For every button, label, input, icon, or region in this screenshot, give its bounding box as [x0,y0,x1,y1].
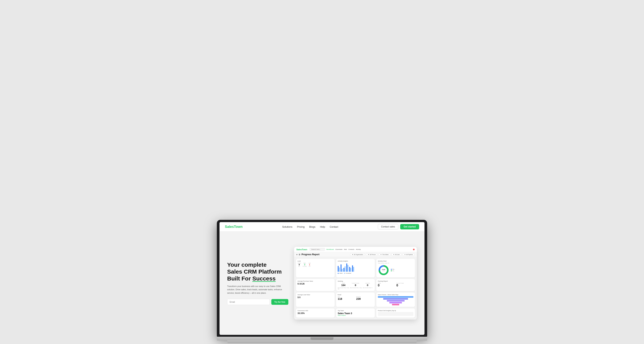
toolbar-icon2[interactable]: ☰ [299,253,300,256]
dash-nav-workboard[interactable]: WorkBoard [326,248,334,250]
nav-item-contact[interactable]: Contact [330,225,338,228]
seeding-convert: Convert To lead 8 [350,283,361,287]
get-started-button[interactable]: Get started [400,224,419,229]
bar-group-6 [352,265,354,272]
funnel-bar-3 [387,300,404,301]
notification-badge: 2 [413,249,414,250]
seeding-title: Seeding [338,280,373,282]
top-team-card: Top Team Sales Team 3 View 4 teams [336,308,375,317]
bar-added-1 [338,266,339,272]
top-team-sub: View 4 teams [338,315,373,316]
avg-lead-card: Average Lead Value $ 0 [296,292,334,307]
farming-convert: Convert To lead 0 [396,283,414,287]
bar-added-6 [352,265,353,272]
donut-wrapper: 73.5% 26.8% Not... [378,264,414,276]
filter-all-org[interactable]: ▼ All Organization [350,253,365,256]
top-team-title: Top Team [338,310,373,311]
lead-stat-lost: Lost 1 $ 0 [308,262,310,267]
try-free-button[interactable]: Try for free [271,299,288,305]
legend-completed: Completed [344,273,351,274]
product-insights-card: Product Sell Insights (Top 5) [376,308,415,317]
sales-funnel-card: Sales Funnel – Demo Sales Pipe [376,292,415,307]
funnel-bar-1 [378,296,414,298]
nav-links: Solutions Pricing Blogs Help Contact [282,225,338,228]
product-insights-title: Product Sell Insights (Top 5) [378,310,414,311]
hero-title: Your complete Sales CRM Platform Built F… [227,261,288,282]
main-content: Your complete Sales CRM Platform Built F… [220,231,424,335]
lead-title: Lead [298,260,333,262]
seeding-sub-stats: Avg Convert Time: 0 day Max Convert Time… [338,287,373,289]
donut-legend: Not... Co... [391,269,395,272]
activity-chart-card: Activity Chart Total Activity made: 31 7… [376,259,415,277]
seeding-won: Lead Won 0 [362,283,373,287]
filter-this-week[interactable]: ▼ This Week [378,253,390,256]
bar-added-5 [349,267,350,272]
logo-sales: Sales [225,225,234,229]
nav-item-help[interactable]: Help [320,225,325,228]
email-title: Email [338,294,373,295]
filter-all-user[interactable]: ▼ All User [392,253,401,256]
nav-item-pricing[interactable]: Pricing [297,225,304,228]
conversion-value: 33.33% [298,312,333,314]
seeding-stats: Added 164 Convert To lead 8 Lead Won [338,283,373,287]
contact-sales-button[interactable]: Contact sales [378,224,398,229]
legend-not: Not... [391,269,395,270]
farming-title: Farming Report [378,280,414,282]
bar-completed-1 [339,267,340,272]
avg-purchase-value: $ 19.26 [298,283,333,285]
laptop-bezel: SalesTown Solutions Pricing Blogs Help C… [217,220,427,337]
dash-nav-contacts[interactable]: Contacts [348,248,354,250]
farming-card: Farming Report Added 0 Convert To lead 0 [376,279,415,291]
bar-completed-4 [348,265,348,272]
bar-group-4 [346,263,348,272]
hero-description: Transform your business with our easy to… [227,285,288,295]
conversion-title: Conversion ratio [298,310,333,311]
dash-search-input[interactable] [310,248,325,251]
email-input[interactable] [227,299,270,305]
dash-nav-mail[interactable]: Mail [344,248,347,250]
brand-logo: SalesTown [225,225,243,229]
svg-text:26.8%: 26.8% [382,270,385,271]
bar-added-4 [346,263,347,272]
dash-logo-sales: Sales [296,248,302,251]
funnel-bar-4 [389,302,402,303]
conversion-card: Conversion ratio 33.33% [296,308,334,317]
progress-report-title: Progress Report [302,253,349,256]
filter-all-person[interactable]: ▼ All Person [366,253,378,256]
activity-chart-subtitle: Total Activity made: 31 [378,262,414,264]
legend-co: Co... [391,270,395,271]
toolbar-icon1[interactable]: ≡ [296,253,298,256]
dashboard-mockup: SalesTown WorkBoard Essentials Mail Cont… [294,247,417,319]
donut-chart: 73.5% 26.8% [378,264,389,276]
activity-chart-title: Activity Chart [378,260,414,262]
lead-card: Lead Added 9 $ 0 Won 3 [296,259,334,277]
lead-stats: Added 9 $ 0 Won 3 $ 11.80 [298,262,333,267]
bar-chart [338,262,373,272]
lead-stat-won: Won 3 $ 11.80 [303,262,306,267]
dash-nav-items: WorkBoard Essentials Mail Contacts Activ… [326,248,412,250]
funnel-bar-2 [383,298,408,300]
email-sent: Sent 118 [338,296,355,300]
avg-lead-title: Average Lead Value [298,294,333,295]
email-received: Received 239 [356,296,373,300]
nav-actions: Contact sales Get started [378,224,419,229]
nav-item-blogs[interactable]: Blogs [309,225,316,228]
farming-stats: Added 0 Convert To lead 0 [378,283,414,287]
email-form: Try for free [227,299,288,305]
nav-item-solutions[interactable]: Solutions [282,225,292,228]
bar-group-1 [338,266,340,272]
avg-purchase-card: Average Purchase Value $ 19.26 [296,279,334,291]
dash-nav-essentials[interactable]: Essentials [336,248,342,250]
chart-legend: Added Completed [338,273,373,274]
laptop-hinge [310,337,334,340]
avg-purchase-title: Average Purchase Value [298,280,333,282]
sales-funnel-title: Sales Funnel – Demo Sales Pipe [378,294,414,295]
dash-nav-activity[interactable]: Activity [356,248,360,250]
email-card: Email Sent 118 Received 239 [336,292,375,307]
filter-all-pipeline[interactable]: ▼ All Pipeline [402,253,414,256]
lead-stat-added: Added 9 $ 0 [298,262,301,267]
hero-highlight: Success [252,275,276,282]
product-insights-placeholder [378,312,414,316]
bar-completed-5 [350,268,351,272]
laptop-base [217,337,427,340]
